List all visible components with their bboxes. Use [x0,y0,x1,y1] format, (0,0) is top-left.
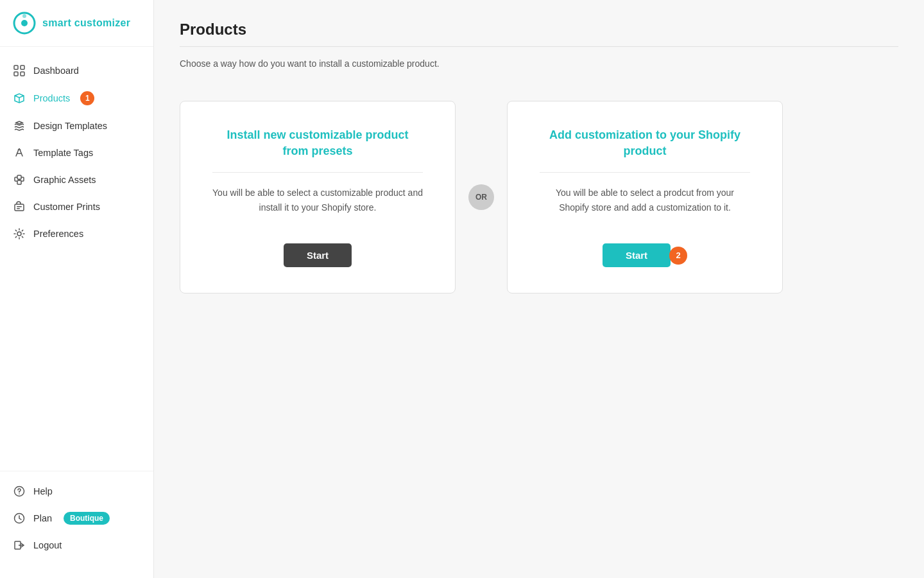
sidebar-item-logout[interactable]: Logout [0,532,153,559]
card-right-button-row: Start 2 [603,243,687,267]
svg-rect-13 [15,204,24,211]
svg-rect-6 [21,72,24,76]
sidebar-item-help[interactable]: Help [0,478,153,505]
svg-point-16 [17,232,21,236]
svg-rect-14 [17,206,22,207]
sidebar-item-label: Dashboard [33,66,79,76]
logo-text: smart customizer [42,17,130,29]
card-left-start-button[interactable]: Start [284,243,352,267]
card-right-badge: 2 [669,247,687,265]
card-right-title: Add customization to your Shopify produc… [540,127,750,159]
sidebar-nav: Dashboard Products 1 [0,47,153,471]
svg-rect-15 [17,208,20,209]
sidebar-item-label: Plan [33,513,52,523]
svg-rect-11 [17,175,21,179]
sidebar-bottom: Help Plan Boutique Logout [0,471,153,565]
sidebar-item-plan[interactable]: Plan Boutique [0,505,153,532]
sidebar-item-customer-prints[interactable]: Customer Prints [0,193,153,220]
svg-rect-3 [14,66,18,69]
svg-point-18 [19,493,20,495]
card-right-start-button[interactable]: Start [603,243,671,267]
cards-container: Install new customizable product from pr… [180,101,898,293]
design-templates-icon [13,119,26,132]
card-left: Install new customizable product from pr… [180,101,456,293]
card-left-description: You will be able to select a customizabl… [212,186,423,231]
or-divider: OR [468,184,494,210]
svg-rect-12 [17,180,21,184]
plan-badge: Boutique [64,512,110,525]
sidebar-item-label: Preferences [33,229,83,239]
card-right-description: You will be able to select a prodcut fro… [540,186,750,231]
sidebar-item-dashboard[interactable]: Dashboard [0,57,153,84]
card-right-divider [540,172,750,173]
template-tags-icon [13,146,26,159]
page-divider [180,46,898,47]
sidebar-item-template-tags[interactable]: Template Tags [0,139,153,166]
svg-point-1 [21,20,28,26]
sidebar-item-graphic-assets[interactable]: Graphic Assets [0,166,153,193]
card-right: Add customization to your Shopify produc… [507,101,783,293]
sidebar-item-label: Products [33,93,70,103]
customer-prints-icon [13,200,26,213]
sidebar-item-label: Logout [33,540,62,550]
sidebar-item-label: Customer Prints [33,202,100,212]
page-title: Products [180,21,898,39]
logout-icon [13,539,26,552]
sidebar-item-label: Graphic Assets [33,175,96,185]
help-icon [13,485,26,498]
svg-rect-4 [21,66,24,69]
products-icon [13,92,26,105]
sidebar-logo: smart customizer [0,0,153,47]
plan-icon [13,512,26,525]
sidebar-item-label: Help [33,486,53,496]
card-left-divider [212,172,423,173]
sidebar: smart customizer Dashboard [0,0,154,578]
graphic-assets-icon [13,173,26,186]
sidebar-item-products[interactable]: Products 1 [0,84,153,112]
sidebar-item-label: Design Templates [33,121,107,131]
card-left-title: Install new customizable product from pr… [212,127,423,159]
svg-point-2 [22,14,26,18]
sidebar-item-preferences[interactable]: Preferences [0,220,153,247]
sidebar-item-label: Template Tags [33,148,93,158]
svg-rect-5 [14,72,18,76]
logo-icon [13,12,36,35]
products-badge: 1 [80,91,94,105]
main-content: Products Choose a way how do you want to… [154,0,924,578]
dashboard-icon [13,64,26,77]
page-subtitle: Choose a way how do you want to install … [180,58,898,69]
preferences-icon [13,227,26,240]
sidebar-item-design-templates[interactable]: Design Templates [0,112,153,139]
